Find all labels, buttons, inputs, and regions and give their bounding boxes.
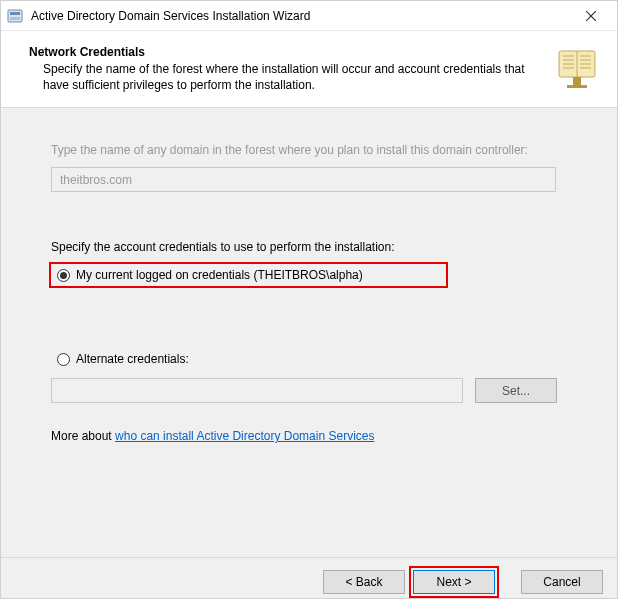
- page-description: Specify the name of the forest where the…: [29, 61, 541, 93]
- more-prefix: More about: [51, 429, 115, 443]
- wizard-footer: < Back Next > Cancel: [1, 558, 617, 599]
- radio-icon: [57, 269, 70, 282]
- domain-input: [51, 167, 556, 192]
- next-highlight: Next >: [413, 570, 495, 594]
- svg-rect-0: [8, 10, 22, 22]
- radio-alternate-label: Alternate credentials:: [76, 352, 189, 366]
- domain-prompt: Type the name of any domain in the fores…: [51, 142, 587, 159]
- window-title: Active Directory Domain Services Install…: [31, 9, 571, 23]
- credentials-prompt: Specify the account credentials to use t…: [51, 240, 587, 254]
- back-button[interactable]: < Back: [323, 570, 405, 594]
- set-button: Set...: [475, 378, 557, 403]
- svg-rect-16: [567, 85, 587, 88]
- next-button[interactable]: Next >: [413, 570, 495, 594]
- more-about-row: More about who can install Active Direct…: [51, 429, 587, 443]
- page-title: Network Credentials: [29, 45, 541, 59]
- svg-rect-1: [10, 12, 20, 15]
- titlebar: Active Directory Domain Services Install…: [1, 1, 617, 31]
- svg-rect-2: [10, 17, 20, 20]
- app-icon: [7, 8, 23, 24]
- radio-icon: [57, 353, 70, 366]
- svg-rect-15: [573, 77, 581, 85]
- radio-alternate-credentials[interactable]: Alternate credentials:: [51, 348, 446, 370]
- more-link[interactable]: who can install Active Directory Domain …: [115, 429, 374, 443]
- cancel-button[interactable]: Cancel: [521, 570, 603, 594]
- close-button[interactable]: [571, 2, 611, 30]
- alternate-credentials-input: [51, 378, 463, 403]
- wizard-header: Network Credentials Specify the name of …: [1, 31, 617, 108]
- wizard-content: Type the name of any domain in the fores…: [1, 108, 617, 558]
- radio-current-label: My current logged on credentials (THEITB…: [76, 268, 363, 282]
- radio-current-credentials[interactable]: My current logged on credentials (THEITB…: [51, 264, 446, 286]
- book-icon: [551, 45, 603, 93]
